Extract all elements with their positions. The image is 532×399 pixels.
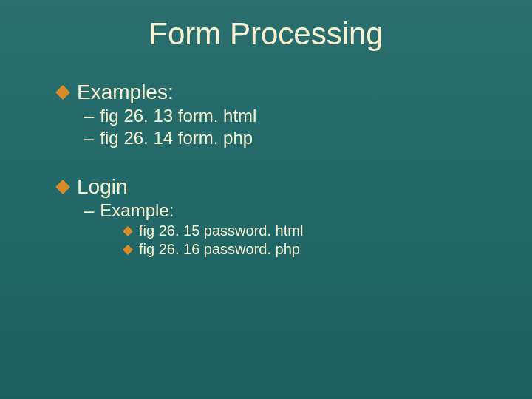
list-item: – fig 26. 13 form. html xyxy=(84,106,488,126)
diamond-icon xyxy=(123,225,133,236)
dash-icon: – xyxy=(84,128,94,149)
spacer xyxy=(58,150,488,172)
diamond-icon xyxy=(123,244,133,254)
list-item: – fig 26. 14 form. php xyxy=(84,128,488,149)
bullet-examples: Examples: xyxy=(58,81,488,104)
slide-title: Form Processing xyxy=(0,16,532,52)
item-text: fig 26. 16 password. php xyxy=(139,241,300,258)
slide: Form Processing Examples: – fig 26. 13 f… xyxy=(0,0,532,399)
list-item: fig 26. 15 password. html xyxy=(124,222,488,239)
item-text: fig 26. 14 form. php xyxy=(100,128,253,149)
bullet-login: Login xyxy=(58,175,488,199)
diamond-icon xyxy=(55,180,70,194)
heading-text: Login xyxy=(77,175,128,199)
list-item: fig 26. 16 password. php xyxy=(124,241,488,258)
dash-icon: – xyxy=(84,200,94,221)
slide-content: Examples: – fig 26. 13 form. html – fig … xyxy=(58,78,488,259)
item-text: Example: xyxy=(100,200,174,221)
list-item: – Example: xyxy=(84,200,488,221)
item-text: fig 26. 15 password. html xyxy=(139,222,303,239)
item-text: fig 26. 13 form. html xyxy=(100,106,256,126)
heading-text: Examples: xyxy=(77,81,174,104)
diamond-icon xyxy=(55,85,70,100)
dash-icon: – xyxy=(84,106,94,126)
